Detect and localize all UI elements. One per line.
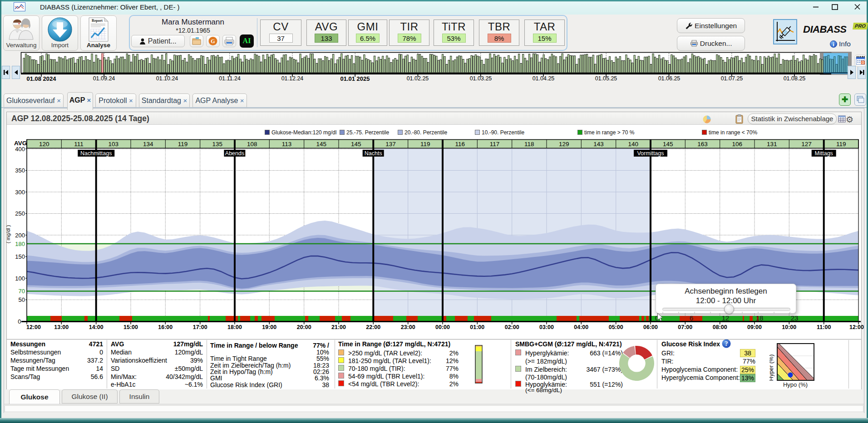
svg-text:17:00: 17:00 xyxy=(193,324,207,330)
svg-text:Hyper (%): Hyper (%) xyxy=(769,354,774,381)
svg-text:100: 100 xyxy=(15,275,25,282)
svg-text:08:00: 08:00 xyxy=(713,324,727,330)
svg-text:127: 127 xyxy=(801,141,812,148)
svg-text:Hypo (%): Hypo (%) xyxy=(783,381,808,388)
svg-text:135: 135 xyxy=(212,141,223,148)
svg-text:18:00: 18:00 xyxy=(227,324,242,330)
svg-text:G: G xyxy=(211,38,215,44)
svg-text:134: 134 xyxy=(143,141,153,148)
svg-text:12:00: 12:00 xyxy=(849,324,864,330)
svg-text:16:00: 16:00 xyxy=(158,324,173,330)
svg-text:21:00: 21:00 xyxy=(331,324,346,330)
svg-text:03:00: 03:00 xyxy=(539,324,554,330)
svg-text:350: 350 xyxy=(15,167,25,174)
svg-text:113: 113 xyxy=(282,141,292,148)
svg-text:129: 129 xyxy=(559,141,569,148)
svg-text:143: 143 xyxy=(593,141,604,148)
svg-text:300: 300 xyxy=(15,189,25,196)
svg-text:19:00: 19:00 xyxy=(262,324,276,330)
svg-text:150: 150 xyxy=(15,253,25,260)
svg-text:15:00: 15:00 xyxy=(123,324,138,330)
svg-text:Abends: Abends xyxy=(225,150,244,157)
svg-text:04:00: 04:00 xyxy=(574,324,588,330)
svg-text:108: 108 xyxy=(247,141,257,148)
svg-text:?: ? xyxy=(725,340,728,347)
svg-text:119: 119 xyxy=(178,141,188,148)
svg-text:0: 0 xyxy=(18,318,21,325)
svg-text:Nachts: Nachts xyxy=(365,150,382,157)
svg-text:02:00: 02:00 xyxy=(505,324,519,330)
svg-text:00:00: 00:00 xyxy=(435,324,450,330)
svg-text:145: 145 xyxy=(663,141,673,148)
svg-text:180: 180 xyxy=(15,241,25,247)
svg-text:50: 50 xyxy=(19,296,25,303)
svg-text:145: 145 xyxy=(316,141,327,148)
svg-text:117: 117 xyxy=(490,141,500,148)
svg-text:250: 250 xyxy=(15,210,25,217)
svg-text:09:00: 09:00 xyxy=(747,324,762,330)
svg-text:119: 119 xyxy=(836,141,846,148)
svg-text:( mg/dl ): ( mg/dl ) xyxy=(5,225,11,243)
svg-text:200: 200 xyxy=(15,232,25,239)
svg-text:116: 116 xyxy=(455,141,465,148)
svg-text:13:00: 13:00 xyxy=(54,324,69,330)
svg-text:AVG: AVG xyxy=(14,140,27,147)
svg-text:Mittags: Mittags xyxy=(815,150,833,157)
svg-text:22:00: 22:00 xyxy=(366,324,380,330)
svg-text:106: 106 xyxy=(732,141,743,148)
svg-text:120: 120 xyxy=(39,141,49,148)
svg-text:23:00: 23:00 xyxy=(401,324,415,330)
svg-text:70: 70 xyxy=(19,288,25,295)
svg-text:10:00: 10:00 xyxy=(782,324,796,330)
svg-text:Nachmittags: Nachmittags xyxy=(80,150,112,157)
svg-text:118: 118 xyxy=(524,141,534,148)
svg-text:111: 111 xyxy=(74,141,84,148)
svg-text:Report: Report xyxy=(92,19,103,23)
svg-text:01:00: 01:00 xyxy=(470,324,484,330)
svg-text:12:00: 12:00 xyxy=(26,324,41,330)
svg-text:14:00: 14:00 xyxy=(89,324,104,330)
svg-text:145: 145 xyxy=(351,141,361,148)
svg-text:Vormittags: Vormittags xyxy=(637,150,664,157)
svg-text:163: 163 xyxy=(697,141,708,148)
svg-text:400: 400 xyxy=(15,146,25,152)
svg-text:20:00: 20:00 xyxy=(297,324,311,330)
svg-text:103: 103 xyxy=(108,141,119,148)
svg-text:05:00: 05:00 xyxy=(609,324,623,330)
svg-text:06:00: 06:00 xyxy=(643,324,658,330)
svg-text:140: 140 xyxy=(628,141,639,148)
svg-text:119: 119 xyxy=(420,141,430,148)
svg-text:11:00: 11:00 xyxy=(817,324,831,330)
svg-text:137: 137 xyxy=(385,141,396,148)
svg-text:131: 131 xyxy=(767,141,777,148)
svg-text:07:00: 07:00 xyxy=(678,324,692,330)
